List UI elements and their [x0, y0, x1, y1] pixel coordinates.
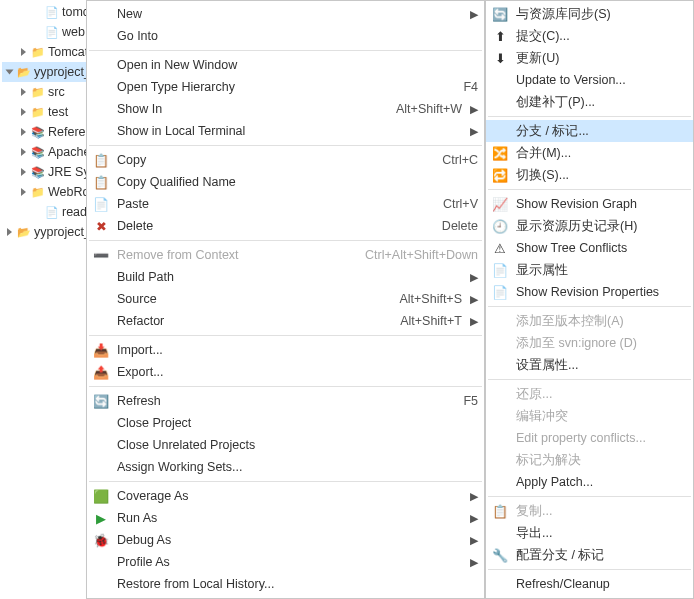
menu-icon: 🔄 [490, 5, 510, 23]
menu1-item-0[interactable]: New▶ [87, 3, 484, 25]
menu2-item-2[interactable]: ⬇更新(U) [486, 47, 693, 69]
menu-label: 创建补丁(P)... [516, 94, 687, 111]
tree-icon: 📄 [44, 4, 60, 20]
expand-arrow-icon[interactable] [16, 45, 30, 59]
menu2-item-26: 📋复制... [486, 500, 693, 522]
menu2-item-12[interactable]: ⚠Show Tree Conflicts [486, 237, 693, 259]
menu1-item-5[interactable]: Show InAlt+Shift+W▶ [87, 98, 484, 120]
expand-arrow-icon[interactable] [2, 225, 16, 239]
menu1-item-31[interactable]: Java EE Tools▶ [87, 595, 484, 599]
expand-arrow-icon[interactable] [16, 125, 30, 139]
menu-label: Coverage As [117, 489, 462, 503]
menu1-item-27[interactable]: ▶Run As▶ [87, 507, 484, 529]
menu2-item-7[interactable]: 🔀合并(M)... [486, 142, 693, 164]
menu2-item-28[interactable]: 🔧配置分支 / 标记 [486, 544, 693, 566]
menu2-item-24[interactable]: Apply Patch... [486, 471, 693, 493]
menu2-item-23: 标记为解决 [486, 449, 693, 471]
tree-label: web. [62, 25, 88, 39]
submenu-arrow-icon: ▶ [470, 271, 478, 284]
menu1-item-28[interactable]: 🐞Debug As▶ [87, 529, 484, 551]
menu2-item-17: 添加至 svn:ignore (D) [486, 332, 693, 354]
menu1-item-1[interactable]: Go Into [87, 25, 484, 47]
menu1-item-10[interactable]: 📄PasteCtrl+V [87, 193, 484, 215]
menu-icon [91, 575, 111, 593]
menu-label: 提交(C)... [516, 28, 687, 45]
menu-label: Show Tree Conflicts [516, 241, 687, 255]
tree-icon: 📚 [30, 164, 46, 180]
menu-shortcut: Ctrl+C [442, 153, 478, 167]
menu-separator [488, 116, 691, 117]
submenu-arrow-icon: ▶ [470, 490, 478, 503]
menu2-item-10[interactable]: 📈Show Revision Graph [486, 193, 693, 215]
submenu-arrow-icon: ▶ [470, 512, 478, 525]
context-menu-main: New▶Go IntoOpen in New WindowOpen Type H… [86, 0, 485, 599]
menu-icon [91, 458, 111, 476]
menu-label: Remove from Context [117, 248, 355, 262]
menu-label: Source [117, 292, 389, 306]
menu1-item-24[interactable]: Assign Working Sets... [87, 456, 484, 478]
expand-arrow-icon [30, 205, 44, 219]
menu1-item-22[interactable]: Close Project [87, 412, 484, 434]
tree-icon: 📄 [44, 24, 60, 40]
menu1-item-6[interactable]: Show in Local Terminal▶ [87, 120, 484, 142]
expand-arrow-icon[interactable] [16, 145, 30, 159]
menu2-item-1[interactable]: ⬆提交(C)... [486, 25, 693, 47]
expand-arrow-icon[interactable] [16, 165, 30, 179]
menu2-item-0[interactable]: 🔄与资源库同步(S) [486, 3, 693, 25]
menu-icon: 🕘 [490, 217, 510, 235]
menu2-item-18[interactable]: 设置属性... [486, 354, 693, 376]
menu1-item-3[interactable]: Open in New Window [87, 54, 484, 76]
menu1-item-18[interactable]: 📥Import... [87, 339, 484, 361]
menu1-item-26[interactable]: 🟩Coverage As▶ [87, 485, 484, 507]
menu-icon [91, 312, 111, 330]
menu2-item-6[interactable]: 分支 / 标记... [486, 120, 693, 142]
menu2-item-4[interactable]: 创建补丁(P)... [486, 91, 693, 113]
menu-icon [91, 268, 111, 286]
menu-icon: ⚠ [490, 239, 510, 257]
menu1-item-30[interactable]: Restore from Local History... [87, 573, 484, 595]
expand-arrow-icon[interactable] [2, 65, 16, 79]
menu-label: Debug As [117, 533, 462, 547]
menu1-item-19[interactable]: 📤Export... [87, 361, 484, 383]
submenu-arrow-icon: ▶ [470, 293, 478, 306]
tree-icon: 📄 [44, 204, 60, 220]
tree-label: Apache [48, 145, 90, 159]
menu-icon: 🐞 [91, 531, 111, 549]
menu1-item-4[interactable]: Open Type HierarchyF4 [87, 76, 484, 98]
menu-shortcut: Delete [442, 219, 478, 233]
menu1-item-15[interactable]: SourceAlt+Shift+S▶ [87, 288, 484, 310]
expand-arrow-icon[interactable] [16, 105, 30, 119]
expand-arrow-icon[interactable] [16, 185, 30, 199]
menu1-item-16[interactable]: RefactorAlt+Shift+T▶ [87, 310, 484, 332]
menu-icon: 🔀 [490, 144, 510, 162]
submenu-arrow-icon: ▶ [470, 534, 478, 547]
menu-label: 复制... [516, 503, 687, 520]
menu1-item-21[interactable]: 🔄RefreshF5 [87, 390, 484, 412]
menu-icon: 📋 [490, 502, 510, 520]
submenu-arrow-icon: ▶ [470, 556, 478, 569]
menu2-item-3[interactable]: Update to Version... [486, 69, 693, 91]
menu1-item-23[interactable]: Close Unrelated Projects [87, 434, 484, 456]
menu2-item-30[interactable]: Refresh/Cleanup [486, 573, 693, 595]
menu1-item-11[interactable]: ✖DeleteDelete [87, 215, 484, 237]
menu2-item-8[interactable]: 🔁切换(S)... [486, 164, 693, 186]
menu-separator [488, 569, 691, 570]
menu-label: Build Path [117, 270, 462, 284]
menu-label: 配置分支 / 标记 [516, 547, 687, 564]
menu-shortcut: Alt+Shift+W [396, 102, 462, 116]
menu-icon [490, 356, 510, 374]
menu1-item-14[interactable]: Build Path▶ [87, 266, 484, 288]
menu2-item-27[interactable]: 导出... [486, 522, 693, 544]
menu2-item-11[interactable]: 🕘显示资源历史记录(H) [486, 215, 693, 237]
menu-shortcut: Alt+Shift+S [399, 292, 462, 306]
menu1-item-8[interactable]: 📋CopyCtrl+C [87, 149, 484, 171]
menu-separator [89, 481, 482, 482]
menu2-item-31[interactable]: Upgrade [486, 595, 693, 599]
menu2-item-13[interactable]: 📄显示属性 [486, 259, 693, 281]
menu2-item-14[interactable]: 📄Show Revision Properties [486, 281, 693, 303]
menu1-item-9[interactable]: 📋Copy Qualified Name [87, 171, 484, 193]
tree-icon: 📚 [30, 144, 46, 160]
expand-arrow-icon[interactable] [16, 85, 30, 99]
menu1-item-29[interactable]: Profile As▶ [87, 551, 484, 573]
menu2-item-16: 添加至版本控制(A) [486, 310, 693, 332]
